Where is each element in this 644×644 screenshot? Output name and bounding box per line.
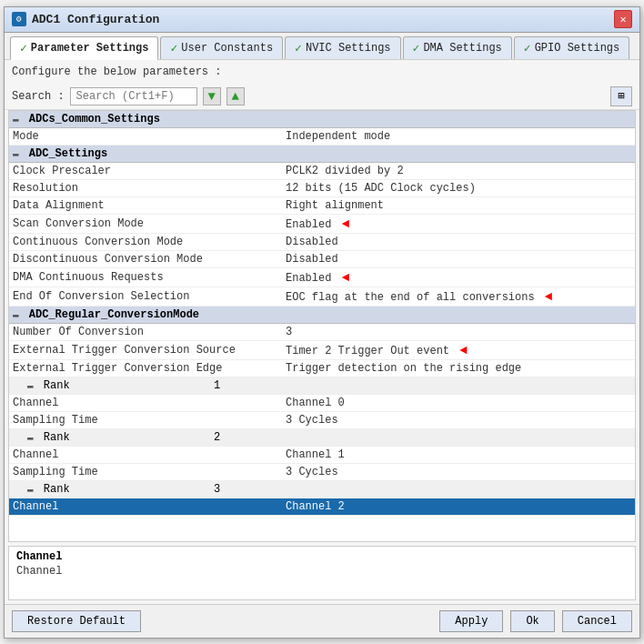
param-value: Independent mode xyxy=(282,127,635,145)
check-icon: ✓ xyxy=(170,41,177,55)
table-row[interactable]: Continuous Conversion Mode Disabled xyxy=(9,233,635,250)
window-icon: ⚙ xyxy=(12,12,26,26)
apply-button[interactable]: Apply xyxy=(439,610,503,632)
tab-gpio-settings[interactable]: ✓ GPIO Settings xyxy=(514,36,629,59)
section-label: ADC_Settings xyxy=(29,147,107,160)
rank-3-header: ▬ Rank 3 xyxy=(9,480,635,498)
param-name: External Trigger Conversion Source xyxy=(9,340,282,359)
table-row[interactable]: External Trigger Conversion Source Timer… xyxy=(9,340,635,359)
param-name: Sampling Time xyxy=(9,463,282,480)
bottom-bar: Restore Default Apply Ok Cancel xyxy=(5,604,639,638)
search-next-button[interactable]: ▼ xyxy=(203,87,221,106)
param-name: Resolution xyxy=(9,179,282,196)
search-bar: Search : ▼ ▲ ⊞ xyxy=(5,84,639,110)
param-name: Number Of Conversion xyxy=(9,323,282,340)
tab-label: GPIO Settings xyxy=(535,42,620,55)
info-panel: Channel Channel xyxy=(8,546,636,600)
rank-label: Rank xyxy=(44,379,70,392)
param-name: Mode xyxy=(9,127,282,145)
param-value: 3 Cycles xyxy=(282,463,635,480)
param-value: Enabled ◄ xyxy=(282,267,635,287)
table-row[interactable]: DMA Continuous Requests Enabled ◄ xyxy=(9,267,635,287)
param-value: EOC flag at the end of all conversions ◄ xyxy=(282,287,635,306)
rank-label: Rank xyxy=(44,431,70,444)
check-icon: ✓ xyxy=(413,41,420,55)
param-value: Enabled ◄ xyxy=(282,214,635,233)
table-row[interactable]: Channel Channel 1 xyxy=(9,446,635,463)
subtitle: Configure the below parameters : xyxy=(5,60,639,84)
arrow-annotation: ◄ xyxy=(342,216,349,231)
rank-2-header: ▬ Rank 2 xyxy=(9,428,635,446)
param-value: Timer 2 Trigger Out event ◄ xyxy=(282,340,635,359)
param-name: Discontinuous Conversion Mode xyxy=(9,250,282,267)
check-icon: ✓ xyxy=(20,41,27,55)
tab-parameter-settings[interactable]: ✓ Parameter Settings xyxy=(10,36,158,60)
tabs-bar: ✓ Parameter Settings ✓ User Constants ✓ … xyxy=(5,33,639,60)
collapse-icon[interactable]: ▬ xyxy=(27,484,34,495)
search-prev-button[interactable]: ▲ xyxy=(226,87,245,106)
param-name: Data Alignment xyxy=(9,196,282,214)
collapse-icon[interactable]: ▬ xyxy=(13,309,19,320)
table-row[interactable]: Channel Channel 0 xyxy=(9,394,635,411)
param-value: Disabled xyxy=(282,233,635,250)
collapse-icon[interactable]: ▬ xyxy=(27,432,34,443)
table-row[interactable]: Resolution 12 bits (15 ADC Clock cycles) xyxy=(9,179,635,196)
param-name: Clock Prescaler xyxy=(9,162,282,179)
check-icon: ✓ xyxy=(524,41,531,55)
tab-user-constants[interactable]: ✓ User Constants xyxy=(160,36,283,59)
arrow-annotation: ◄ xyxy=(459,343,467,357)
param-name: End Of Conversion Selection xyxy=(9,287,282,306)
info-text: Channel xyxy=(16,565,628,578)
param-name: Scan Conversion Mode xyxy=(9,214,282,233)
param-value: Disabled xyxy=(282,250,635,267)
ok-button[interactable]: Ok xyxy=(510,610,554,632)
table-row[interactable]: Data Alignment Right alignment xyxy=(9,196,635,214)
tab-dma-settings[interactable]: ✓ DMA Settings xyxy=(403,36,512,59)
table-row[interactable]: End Of Conversion Selection EOC flag at … xyxy=(9,287,635,306)
table-row[interactable]: Sampling Time 3 Cycles xyxy=(9,411,635,428)
param-name: Continuous Conversion Mode xyxy=(9,233,282,250)
collapse-icon[interactable]: ▬ xyxy=(27,380,34,391)
grid-view-button[interactable]: ⊞ xyxy=(610,86,632,106)
parameters-table[interactable]: ▬ ADCs_Common_Settings Mode Independent … xyxy=(8,110,636,542)
table-row[interactable]: Number Of Conversion 3 xyxy=(9,323,635,340)
param-value: Channel 2 xyxy=(282,498,635,515)
search-label: Search : xyxy=(12,90,65,103)
main-window: ⚙ ADC1 Configuration ✕ ✓ Parameter Setti… xyxy=(4,6,640,639)
rank-value: 2 xyxy=(214,431,220,444)
section-adcs-common: ▬ ADCs_Common_Settings xyxy=(9,111,635,128)
param-value: Channel 0 xyxy=(282,394,635,411)
search-input[interactable] xyxy=(70,87,197,106)
section-label: ADC_Regular_ConversionMode xyxy=(29,308,199,321)
table-row[interactable]: Sampling Time 3 Cycles xyxy=(9,463,635,480)
title-bar: ⚙ ADC1 Configuration ✕ xyxy=(5,7,639,33)
section-adc-regular: ▬ ADC_Regular_ConversionMode xyxy=(9,306,635,323)
tab-label: NVIC Settings xyxy=(306,42,391,55)
tab-label: Parameter Settings xyxy=(31,42,149,55)
param-value: Channel 1 xyxy=(282,446,635,463)
param-name: Channel xyxy=(9,394,282,411)
cancel-button[interactable]: Cancel xyxy=(562,610,632,632)
param-value: Right alignment xyxy=(282,196,635,214)
table-row[interactable]: Scan Conversion Mode Enabled ◄ xyxy=(9,214,635,233)
rank-value: 1 xyxy=(214,379,220,392)
rank-value: 3 xyxy=(214,483,220,496)
section-adc-settings: ▬ ADC_Settings xyxy=(9,145,635,162)
collapse-icon[interactable]: ▬ xyxy=(13,148,19,159)
param-name: Sampling Time xyxy=(9,411,282,428)
param-name: External Trigger Conversion Edge xyxy=(9,359,282,377)
arrow-annotation: ◄ xyxy=(342,270,349,285)
tab-nvic-settings[interactable]: ✓ NVIC Settings xyxy=(285,36,400,59)
table-row[interactable]: Mode Independent mode xyxy=(9,127,635,145)
param-value: 3 xyxy=(282,323,635,340)
window-title: ADC1 Configuration xyxy=(32,13,614,26)
section-label: ADCs_Common_Settings xyxy=(29,113,160,126)
table-row[interactable]: Discontinuous Conversion Mode Disabled xyxy=(9,250,635,267)
table-row[interactable]: Clock Prescaler PCLK2 divided by 2 xyxy=(9,162,635,179)
close-button[interactable]: ✕ xyxy=(614,10,632,28)
collapse-icon[interactable]: ▬ xyxy=(13,114,19,125)
restore-default-button[interactable]: Restore Default xyxy=(12,610,141,632)
table-row[interactable]: External Trigger Conversion Edge Trigger… xyxy=(9,359,635,377)
info-title: Channel xyxy=(16,550,628,563)
table-row-selected[interactable]: Channel Channel 2 xyxy=(9,498,635,515)
